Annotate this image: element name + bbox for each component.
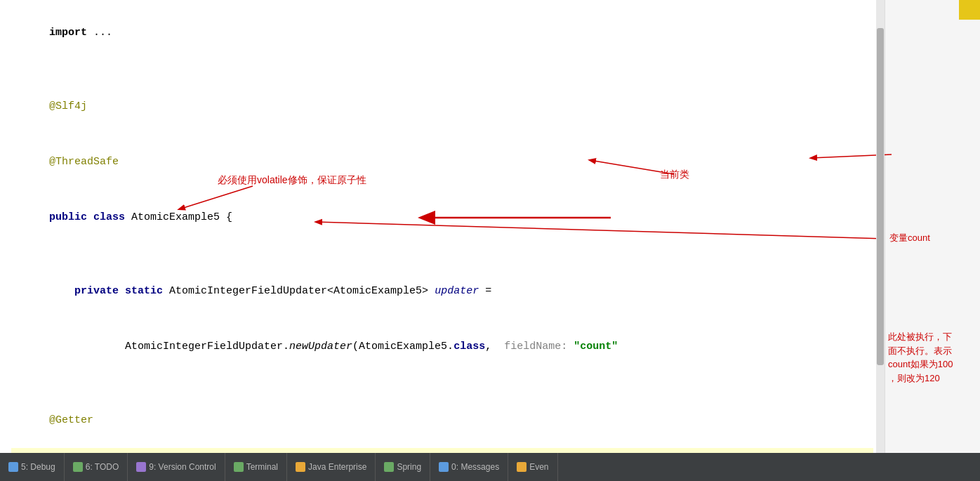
toolbar-debug-label: 5: Debug (21, 462, 55, 472)
terminal-icon (234, 462, 244, 472)
bookmark (959, 0, 980, 20)
toolbar-version-label: 9: Version Control (149, 462, 216, 472)
code-line-private: private static AtomicIntegerFieldUpdater… (11, 264, 873, 319)
bottom-toolbar: 5: Debug 6: TODO 9: Version Control Term… (0, 453, 980, 481)
toolbar-messages[interactable]: 0: Messages (430, 453, 508, 481)
java-icon (296, 462, 305, 472)
code-line-threadsafe: @ThreadSafe (11, 135, 873, 190)
scrollbar-thumb[interactable] (877, 28, 884, 365)
ann-executed-note: 此处被执行，下面不执行。表示count如果为100，则改为120 (888, 330, 979, 385)
toolbar-version[interactable]: 9: Version Control (128, 453, 225, 481)
code-line-blank3 (11, 374, 873, 393)
toolbar-todo-label: 6: TODO (86, 462, 119, 472)
toolbar-java[interactable]: Java Enterprise (287, 453, 376, 481)
toolbar-terminal-label: Terminal (246, 462, 278, 472)
code-line-getter: @Getter (11, 393, 873, 448)
toolbar-todo[interactable]: 6: TODO (65, 453, 128, 481)
event-icon (517, 462, 527, 472)
toolbar-terminal[interactable]: Terminal (225, 453, 287, 481)
code-line-import: import ... (11, 6, 873, 61)
code-line-slf4j: @Slf4j (11, 79, 873, 135)
toolbar-event[interactable]: Even (508, 453, 557, 481)
code-line-class: public class AtomicExample5 { (11, 190, 873, 246)
scrollbar[interactable] (876, 0, 885, 453)
right-panel: 变量count 此处被执行，下面不执行。表示count如果为100，则改为120 (885, 0, 980, 453)
code-line-blank1 (11, 61, 873, 79)
code-line-volatile: public volatile int count = 100; (11, 448, 873, 453)
spring-icon (384, 462, 394, 472)
toolbar-debug[interactable]: 5: Debug (0, 453, 65, 481)
toolbar-event-label: Even (529, 462, 548, 472)
toolbar-messages-label: 0: Messages (451, 462, 499, 472)
ann-variable-count: 变量count (889, 232, 930, 244)
toolbar-spring-label: Spring (397, 462, 421, 472)
code-line-newupdater: AtomicIntegerFieldUpdater.newUpdater(Ato… (11, 319, 873, 374)
toolbar-spring[interactable]: Spring (376, 453, 430, 481)
code-line-blank2 (11, 245, 873, 263)
messages-icon (439, 462, 449, 472)
toolbar-java-label: Java Enterprise (308, 462, 366, 472)
debug-icon (8, 462, 18, 472)
todo-icon (73, 462, 83, 472)
version-icon (136, 462, 146, 472)
